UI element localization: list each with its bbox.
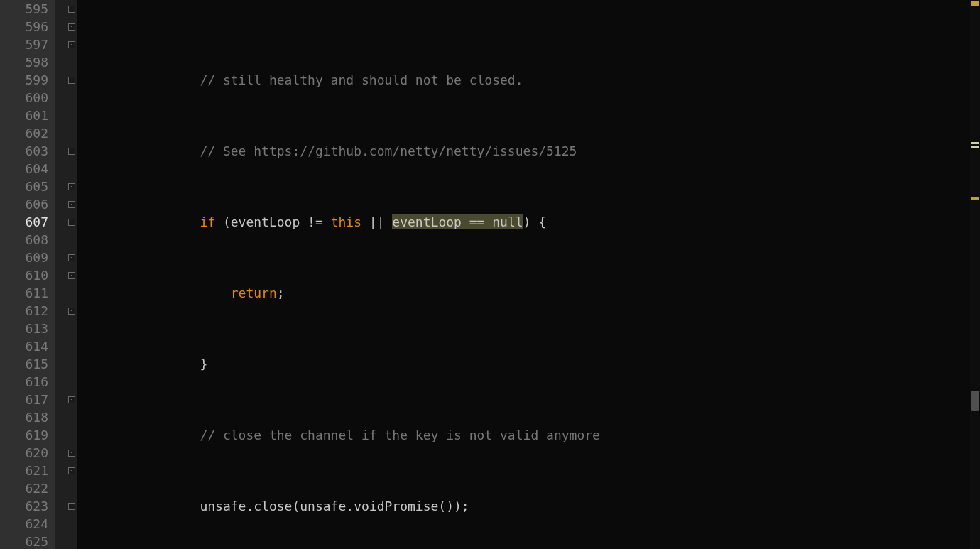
line-number: 611 bbox=[0, 284, 55, 302]
line-number: 601 bbox=[0, 107, 55, 124]
comment: // See https://github.com/netty/netty/is… bbox=[77, 143, 577, 158]
fold-handle-icon[interactable]: - bbox=[68, 41, 75, 48]
code-line[interactable]: // See https://github.com/netty/netty/is… bbox=[77, 142, 980, 160]
keyword-if: if bbox=[200, 214, 215, 229]
code-editor[interactable]: 5955965975985996006016026036046056066076… bbox=[0, 0, 980, 549]
scroll-mark bbox=[971, 146, 979, 148]
line-number: 604 bbox=[0, 160, 55, 178]
line-number: 595 bbox=[0, 0, 55, 18]
line-number: 610 bbox=[0, 266, 55, 284]
fold-handle-icon[interactable]: - bbox=[68, 23, 75, 31]
line-number: 598 bbox=[0, 53, 55, 71]
scroll-mark bbox=[971, 142, 979, 144]
line-number: 599 bbox=[0, 71, 55, 89]
scrollbar-thumb[interactable] bbox=[971, 391, 979, 411]
code-area[interactable]: // still healthy and should not be close… bbox=[77, 0, 980, 549]
line-number: 605 bbox=[0, 178, 55, 195]
comment: // still healthy and should not be close… bbox=[77, 72, 523, 87]
line-number: 615 bbox=[0, 355, 55, 373]
editor-gutter: 5955965975985996006016026036046056066076… bbox=[0, 0, 77, 549]
fold-handle-icon[interactable]: - bbox=[68, 201, 75, 208]
line-number-column: 5955965975985996006016026036046056066076… bbox=[0, 0, 55, 549]
line-number: 606 bbox=[0, 195, 55, 213]
line-number: 616 bbox=[0, 373, 55, 391]
line-number: 625 bbox=[0, 533, 55, 549]
code-line[interactable]: // still healthy and should not be close… bbox=[77, 71, 980, 89]
code-line[interactable]: } bbox=[77, 355, 980, 373]
code-line[interactable]: return; bbox=[77, 284, 980, 302]
line-number: 608 bbox=[0, 231, 55, 249]
code-line[interactable]: // close the channel if the key is not v… bbox=[77, 426, 980, 444]
line-number: 600 bbox=[0, 89, 55, 107]
line-number: 612 bbox=[0, 302, 55, 320]
fold-column: --------------- bbox=[55, 0, 77, 549]
line-number: 623 bbox=[0, 497, 55, 515]
line-number: 620 bbox=[0, 444, 55, 462]
keyword-return: return bbox=[231, 286, 277, 300]
code-line[interactable]: unsafe.close(unsafe.voidPromise()); bbox=[77, 497, 980, 515]
fold-handle-icon[interactable]: - bbox=[68, 6, 75, 13]
line-number: 613 bbox=[0, 320, 55, 337]
fold-handle-icon[interactable]: - bbox=[68, 503, 75, 510]
line-number: 597 bbox=[0, 36, 55, 53]
scrollbar-map[interactable] bbox=[970, 0, 980, 549]
line-number: 622 bbox=[0, 479, 55, 497]
fold-handle-icon[interactable]: - bbox=[68, 77, 75, 84]
line-number: 603 bbox=[0, 142, 55, 160]
fold-handle-icon[interactable]: - bbox=[68, 183, 75, 190]
line-number: 617 bbox=[0, 391, 55, 408]
search-highlight: eventLoop == null bbox=[392, 214, 523, 229]
keyword-this: this bbox=[331, 214, 361, 229]
line-number: 624 bbox=[0, 515, 55, 533]
line-number: 607 bbox=[0, 213, 55, 231]
line-number: 619 bbox=[0, 426, 55, 444]
fold-handle-icon[interactable]: - bbox=[68, 272, 75, 279]
line-number: 614 bbox=[0, 337, 55, 355]
fold-handle-icon[interactable]: - bbox=[68, 450, 75, 457]
line-number: 609 bbox=[0, 249, 55, 266]
scroll-mark bbox=[971, 1, 979, 6]
line-number: 596 bbox=[0, 18, 55, 36]
fold-handle-icon[interactable]: - bbox=[68, 467, 75, 474]
fold-handle-icon[interactable]: - bbox=[68, 148, 75, 155]
scroll-mark bbox=[971, 197, 979, 200]
comment: // close the channel if the key is not v… bbox=[77, 428, 600, 442]
fold-handle-icon[interactable]: - bbox=[68, 219, 75, 226]
code-line[interactable]: if (eventLoop != this || eventLoop == nu… bbox=[77, 213, 980, 231]
line-number: 621 bbox=[0, 462, 55, 479]
fold-handle-icon[interactable]: - bbox=[68, 254, 75, 261]
line-number: 618 bbox=[0, 408, 55, 426]
fold-handle-icon[interactable]: - bbox=[68, 308, 75, 315]
fold-handle-icon[interactable]: - bbox=[68, 396, 75, 403]
line-number: 602 bbox=[0, 124, 55, 142]
